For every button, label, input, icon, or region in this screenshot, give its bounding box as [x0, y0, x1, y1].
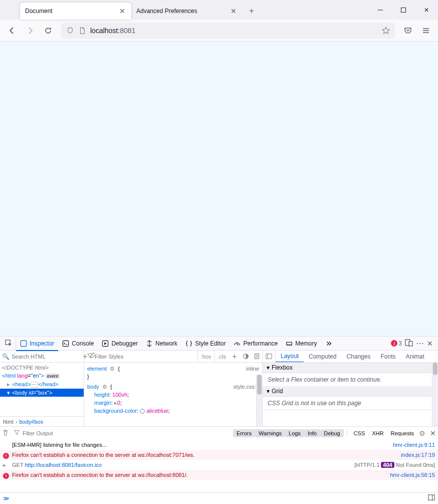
filter-warnings[interactable]: Warnings	[255, 429, 285, 437]
console-toolbar: Errors Warnings Logs Info Debug CSS XHR …	[0, 427, 438, 440]
tab-fonts[interactable]: Fonts	[375, 351, 400, 363]
tab-animations[interactable]: Animat	[400, 351, 429, 363]
pocket-button[interactable]	[400, 23, 416, 39]
flexbox-body: Select a Flex container or item to conti…	[263, 373, 438, 386]
back-button[interactable]	[4, 23, 20, 39]
filter-xhr[interactable]: XHR	[368, 429, 387, 437]
browser-tab[interactable]: Advanced Preferences ✕	[131, 3, 243, 20]
tab-memory[interactable]: Memory	[282, 337, 321, 351]
devtools-tabstrip: Inspector Console Debugger Network Style…	[0, 337, 438, 351]
hov-toggle[interactable]: :hov	[197, 351, 214, 362]
filter-errors[interactable]: Errors	[233, 429, 255, 437]
minimize-button[interactable]	[369, 0, 392, 20]
layout-accordion: ▾Flexbox Select a Flex container or item…	[263, 363, 438, 426]
html-search-bar: 🔍 +	[0, 351, 84, 363]
console-log-line: [ESM-HMR] listening for file changes... …	[0, 440, 438, 450]
svg-rect-7	[409, 342, 412, 346]
layout-sidebar-toggle[interactable]	[263, 351, 276, 363]
devtools-close-button[interactable]: ✕	[427, 340, 433, 348]
chevron-down-icon: ▾	[267, 364, 270, 371]
tab-overflow[interactable]	[321, 337, 336, 351]
grid-header[interactable]: ▾Grid	[263, 386, 438, 397]
gear-icon: ⚙	[110, 366, 115, 372]
element-picker-button[interactable]	[2, 337, 16, 351]
svg-rect-11	[428, 495, 434, 500]
prompt-icon: ≫	[3, 495, 10, 502]
close-tab-icon[interactable]: ✕	[118, 7, 126, 15]
console-output[interactable]: [ESM-HMR] listening for file changes... …	[0, 440, 438, 492]
svg-rect-3	[63, 341, 69, 346]
cls-toggle[interactable]: .cls	[214, 351, 230, 362]
tab-styleeditor[interactable]: Style Editor	[181, 337, 230, 351]
tab-layout[interactable]: Layout	[276, 351, 304, 363]
filter-requests[interactable]: Requests	[387, 429, 417, 437]
menu-button[interactable]	[418, 23, 434, 39]
light-dark-button[interactable]	[240, 351, 251, 363]
chevron-down-icon: ▾	[267, 388, 270, 395]
browser-tab-active[interactable]: Document ✕	[20, 3, 131, 20]
url-bar[interactable]: localhost:8081	[61, 23, 395, 39]
tab-title: Document	[25, 8, 53, 15]
svg-rect-10	[266, 354, 272, 359]
tab-performance[interactable]: Performance	[230, 337, 282, 351]
filter-logs[interactable]: Logs	[285, 429, 304, 437]
close-tab-icon[interactable]: ✕	[230, 7, 238, 15]
html-search-input[interactable]	[12, 354, 81, 360]
svg-rect-2	[21, 341, 26, 346]
error-counter[interactable]: 3	[391, 340, 402, 347]
console-error-line: Firefox can't establish a connection to …	[0, 450, 438, 460]
svg-rect-5	[287, 342, 292, 345]
flexbox-header[interactable]: ▾Flexbox	[263, 363, 438, 373]
forward-button[interactable]	[22, 23, 38, 39]
page-icon	[78, 27, 86, 34]
print-media-button[interactable]	[251, 351, 262, 363]
responsive-mode-button[interactable]	[405, 339, 413, 348]
console-input[interactable]	[13, 494, 425, 502]
scrollbar[interactable]	[256, 375, 262, 426]
styles-pane: :hov .cls + element ⚙ { inline } body ⚙ …	[84, 351, 263, 426]
rules-view[interactable]: element ⚙ { inline } body ⚙ { style.css:…	[84, 363, 262, 426]
scrollbar[interactable]	[432, 363, 438, 426]
tab-inspector[interactable]: Inspector	[16, 337, 58, 351]
new-tab-button[interactable]: +	[245, 4, 259, 18]
window-controls: ✕	[369, 0, 438, 20]
styles-filter-input[interactable]	[95, 354, 194, 360]
html-pane: 🔍 + <!DOCTYPE html> <html lang="en"> eve…	[0, 351, 84, 426]
console-settings-button[interactable]: ⚙	[419, 429, 425, 437]
breadcrumbs[interactable]: html›body#box	[0, 416, 84, 426]
console-close-button[interactable]: ✕	[430, 429, 436, 437]
grid-body: CSS Grid is not in use on this page	[263, 397, 438, 410]
dom-tree[interactable]: <!DOCTYPE html> <html lang="en"> event ▸…	[0, 363, 84, 416]
filter-info[interactable]: Info	[304, 429, 320, 437]
close-window-button[interactable]: ✕	[415, 0, 438, 20]
console-error-line: Firefox can't establish a connection to …	[0, 470, 438, 480]
titlebar: Document ✕ Advanced Preferences ✕ + ✕	[0, 0, 438, 20]
filter-debug[interactable]: Debug	[320, 429, 343, 437]
layout-tabs: Layout Computed Changes Fonts Animat	[263, 351, 438, 363]
shield-icon	[66, 27, 74, 34]
tab-console[interactable]: Console	[58, 337, 98, 351]
maximize-button[interactable]	[392, 0, 415, 20]
reload-button[interactable]	[40, 23, 56, 39]
tab-network[interactable]: Network	[142, 337, 181, 351]
tab-debugger[interactable]: Debugger	[98, 337, 142, 351]
clear-console-button[interactable]	[2, 429, 11, 438]
console-panel: Errors Warnings Logs Info Debug CSS XHR …	[0, 426, 438, 504]
error-icon	[3, 473, 9, 479]
console-input-row: ≫	[0, 492, 438, 504]
filter-css[interactable]: CSS	[350, 429, 369, 437]
tab-computed[interactable]: Computed	[304, 351, 341, 363]
console-filter-input[interactable]	[23, 430, 230, 436]
bookmark-icon[interactable]	[382, 27, 390, 35]
tab-title: Advanced Preferences	[136, 8, 197, 15]
new-rule-button[interactable]: +	[229, 351, 240, 363]
color-swatch[interactable]	[140, 409, 145, 414]
svg-rect-0	[401, 8, 406, 12]
status-badge: 404	[381, 462, 394, 468]
search-icon: 🔍	[2, 353, 10, 360]
event-badge[interactable]: event	[46, 374, 60, 379]
tab-changes[interactable]: Changes	[341, 351, 375, 363]
split-console-button[interactable]	[428, 494, 435, 502]
gear-icon: ⚙	[102, 384, 107, 390]
devtools-menu-button[interactable]: ⋯	[416, 339, 424, 348]
